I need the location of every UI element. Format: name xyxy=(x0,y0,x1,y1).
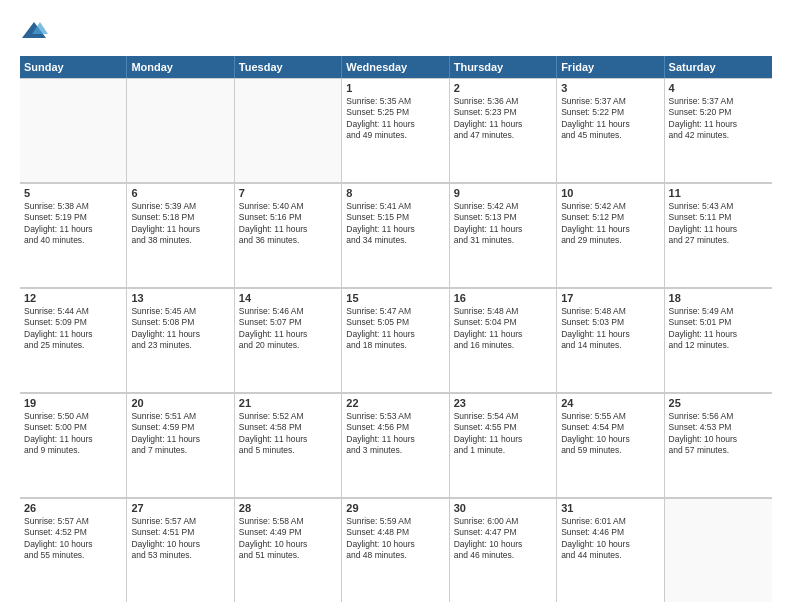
day-info: Sunrise: 5:40 AM Sunset: 5:16 PM Dayligh… xyxy=(239,201,337,247)
day-info: Sunrise: 5:58 AM Sunset: 4:49 PM Dayligh… xyxy=(239,516,337,562)
calendar-week-2: 12Sunrise: 5:44 AM Sunset: 5:09 PM Dayli… xyxy=(20,288,772,393)
day-number: 13 xyxy=(131,292,229,304)
calendar-cell: 3Sunrise: 5:37 AM Sunset: 5:22 PM Daylig… xyxy=(557,79,664,182)
calendar-cell: 20Sunrise: 5:51 AM Sunset: 4:59 PM Dayli… xyxy=(127,394,234,497)
day-info: Sunrise: 5:50 AM Sunset: 5:00 PM Dayligh… xyxy=(24,411,122,457)
day-number: 25 xyxy=(669,397,768,409)
calendar-cell: 16Sunrise: 5:48 AM Sunset: 5:04 PM Dayli… xyxy=(450,289,557,392)
day-info: Sunrise: 5:48 AM Sunset: 5:03 PM Dayligh… xyxy=(561,306,659,352)
day-number: 4 xyxy=(669,82,768,94)
day-info: Sunrise: 5:57 AM Sunset: 4:51 PM Dayligh… xyxy=(131,516,229,562)
day-info: Sunrise: 5:37 AM Sunset: 5:22 PM Dayligh… xyxy=(561,96,659,142)
header-day-thursday: Thursday xyxy=(450,56,557,78)
day-info: Sunrise: 5:36 AM Sunset: 5:23 PM Dayligh… xyxy=(454,96,552,142)
day-info: Sunrise: 5:37 AM Sunset: 5:20 PM Dayligh… xyxy=(669,96,768,142)
logo-icon xyxy=(20,18,48,46)
calendar-cell xyxy=(20,79,127,182)
calendar-body: 1Sunrise: 5:35 AM Sunset: 5:25 PM Daylig… xyxy=(20,78,772,602)
day-info: Sunrise: 5:53 AM Sunset: 4:56 PM Dayligh… xyxy=(346,411,444,457)
calendar-cell: 10Sunrise: 5:42 AM Sunset: 5:12 PM Dayli… xyxy=(557,184,664,287)
day-info: Sunrise: 5:39 AM Sunset: 5:18 PM Dayligh… xyxy=(131,201,229,247)
calendar-week-4: 26Sunrise: 5:57 AM Sunset: 4:52 PM Dayli… xyxy=(20,498,772,602)
calendar-cell: 23Sunrise: 5:54 AM Sunset: 4:55 PM Dayli… xyxy=(450,394,557,497)
calendar-cell: 14Sunrise: 5:46 AM Sunset: 5:07 PM Dayli… xyxy=(235,289,342,392)
calendar-cell: 12Sunrise: 5:44 AM Sunset: 5:09 PM Dayli… xyxy=(20,289,127,392)
day-info: Sunrise: 5:55 AM Sunset: 4:54 PM Dayligh… xyxy=(561,411,659,457)
calendar-cell xyxy=(127,79,234,182)
day-info: Sunrise: 6:00 AM Sunset: 4:47 PM Dayligh… xyxy=(454,516,552,562)
calendar-cell: 18Sunrise: 5:49 AM Sunset: 5:01 PM Dayli… xyxy=(665,289,772,392)
calendar-cell: 6Sunrise: 5:39 AM Sunset: 5:18 PM Daylig… xyxy=(127,184,234,287)
day-info: Sunrise: 5:59 AM Sunset: 4:48 PM Dayligh… xyxy=(346,516,444,562)
day-number: 6 xyxy=(131,187,229,199)
calendar-cell: 27Sunrise: 5:57 AM Sunset: 4:51 PM Dayli… xyxy=(127,499,234,602)
day-info: Sunrise: 5:48 AM Sunset: 5:04 PM Dayligh… xyxy=(454,306,552,352)
calendar-week-3: 19Sunrise: 5:50 AM Sunset: 5:00 PM Dayli… xyxy=(20,393,772,498)
calendar-cell: 21Sunrise: 5:52 AM Sunset: 4:58 PM Dayli… xyxy=(235,394,342,497)
calendar-cell: 17Sunrise: 5:48 AM Sunset: 5:03 PM Dayli… xyxy=(557,289,664,392)
day-info: Sunrise: 5:54 AM Sunset: 4:55 PM Dayligh… xyxy=(454,411,552,457)
day-info: Sunrise: 5:41 AM Sunset: 5:15 PM Dayligh… xyxy=(346,201,444,247)
calendar-cell: 29Sunrise: 5:59 AM Sunset: 4:48 PM Dayli… xyxy=(342,499,449,602)
calendar-cell: 9Sunrise: 5:42 AM Sunset: 5:13 PM Daylig… xyxy=(450,184,557,287)
day-info: Sunrise: 5:43 AM Sunset: 5:11 PM Dayligh… xyxy=(669,201,768,247)
day-number: 14 xyxy=(239,292,337,304)
day-number: 8 xyxy=(346,187,444,199)
day-info: Sunrise: 5:51 AM Sunset: 4:59 PM Dayligh… xyxy=(131,411,229,457)
day-info: Sunrise: 5:42 AM Sunset: 5:13 PM Dayligh… xyxy=(454,201,552,247)
day-info: Sunrise: 5:35 AM Sunset: 5:25 PM Dayligh… xyxy=(346,96,444,142)
day-number: 28 xyxy=(239,502,337,514)
day-number: 7 xyxy=(239,187,337,199)
calendar-cell: 26Sunrise: 5:57 AM Sunset: 4:52 PM Dayli… xyxy=(20,499,127,602)
day-number: 27 xyxy=(131,502,229,514)
header xyxy=(20,18,772,46)
day-info: Sunrise: 5:42 AM Sunset: 5:12 PM Dayligh… xyxy=(561,201,659,247)
day-number: 31 xyxy=(561,502,659,514)
day-info: Sunrise: 5:44 AM Sunset: 5:09 PM Dayligh… xyxy=(24,306,122,352)
day-info: Sunrise: 5:46 AM Sunset: 5:07 PM Dayligh… xyxy=(239,306,337,352)
calendar-cell: 8Sunrise: 5:41 AM Sunset: 5:15 PM Daylig… xyxy=(342,184,449,287)
day-info: Sunrise: 5:45 AM Sunset: 5:08 PM Dayligh… xyxy=(131,306,229,352)
calendar-week-1: 5Sunrise: 5:38 AM Sunset: 5:19 PM Daylig… xyxy=(20,183,772,288)
page: SundayMondayTuesdayWednesdayThursdayFrid… xyxy=(0,0,792,612)
calendar-cell: 2Sunrise: 5:36 AM Sunset: 5:23 PM Daylig… xyxy=(450,79,557,182)
day-info: Sunrise: 5:49 AM Sunset: 5:01 PM Dayligh… xyxy=(669,306,768,352)
day-info: Sunrise: 5:56 AM Sunset: 4:53 PM Dayligh… xyxy=(669,411,768,457)
day-number: 1 xyxy=(346,82,444,94)
day-number: 2 xyxy=(454,82,552,94)
header-day-saturday: Saturday xyxy=(665,56,772,78)
calendar-cell: 13Sunrise: 5:45 AM Sunset: 5:08 PM Dayli… xyxy=(127,289,234,392)
calendar-cell: 31Sunrise: 6:01 AM Sunset: 4:46 PM Dayli… xyxy=(557,499,664,602)
day-number: 30 xyxy=(454,502,552,514)
day-number: 26 xyxy=(24,502,122,514)
day-number: 10 xyxy=(561,187,659,199)
calendar-cell: 7Sunrise: 5:40 AM Sunset: 5:16 PM Daylig… xyxy=(235,184,342,287)
day-number: 15 xyxy=(346,292,444,304)
calendar-cell: 15Sunrise: 5:47 AM Sunset: 5:05 PM Dayli… xyxy=(342,289,449,392)
calendar-cell: 4Sunrise: 5:37 AM Sunset: 5:20 PM Daylig… xyxy=(665,79,772,182)
calendar-cell: 5Sunrise: 5:38 AM Sunset: 5:19 PM Daylig… xyxy=(20,184,127,287)
day-number: 29 xyxy=(346,502,444,514)
day-info: Sunrise: 5:38 AM Sunset: 5:19 PM Dayligh… xyxy=(24,201,122,247)
logo xyxy=(20,18,50,46)
calendar-cell xyxy=(665,499,772,602)
calendar-cell: 24Sunrise: 5:55 AM Sunset: 4:54 PM Dayli… xyxy=(557,394,664,497)
day-number: 19 xyxy=(24,397,122,409)
day-number: 22 xyxy=(346,397,444,409)
calendar-cell: 11Sunrise: 5:43 AM Sunset: 5:11 PM Dayli… xyxy=(665,184,772,287)
calendar-header: SundayMondayTuesdayWednesdayThursdayFrid… xyxy=(20,56,772,78)
day-number: 17 xyxy=(561,292,659,304)
day-number: 12 xyxy=(24,292,122,304)
day-number: 23 xyxy=(454,397,552,409)
header-day-monday: Monday xyxy=(127,56,234,78)
header-day-sunday: Sunday xyxy=(20,56,127,78)
calendar-cell: 22Sunrise: 5:53 AM Sunset: 4:56 PM Dayli… xyxy=(342,394,449,497)
day-number: 20 xyxy=(131,397,229,409)
calendar: SundayMondayTuesdayWednesdayThursdayFrid… xyxy=(20,56,772,602)
day-number: 11 xyxy=(669,187,768,199)
day-info: Sunrise: 5:47 AM Sunset: 5:05 PM Dayligh… xyxy=(346,306,444,352)
calendar-cell: 25Sunrise: 5:56 AM Sunset: 4:53 PM Dayli… xyxy=(665,394,772,497)
day-number: 5 xyxy=(24,187,122,199)
header-day-wednesday: Wednesday xyxy=(342,56,449,78)
day-number: 16 xyxy=(454,292,552,304)
